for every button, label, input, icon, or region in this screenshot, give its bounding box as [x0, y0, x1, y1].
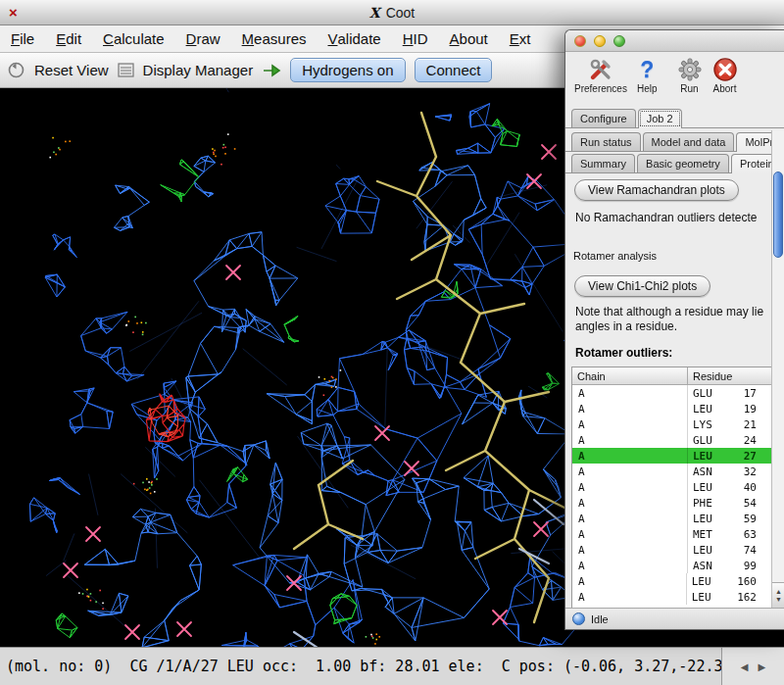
cell-c-chain: A [572, 479, 688, 495]
rotamer-note-line-1: Note that although a residue may lie [575, 305, 784, 319]
molprobity-dialog: Preferences ? Help [564, 29, 784, 630]
scroll-up-icon[interactable]: ▲ [775, 588, 782, 596]
display-manager-icon [118, 63, 134, 77]
rotamer-analysis-label: Rotamer analysis [573, 250, 784, 262]
rotamer-note-line-2: angles in a residue. [575, 319, 784, 334]
cell-c-res: LEU [688, 544, 739, 557]
tab-configure[interactable]: Configure [571, 109, 636, 127]
menu-draw[interactable]: Draw [175, 25, 231, 52]
window-title-text: Coot [386, 5, 416, 21]
table-row[interactable]: APHE54 [572, 495, 784, 511]
menu-mnemonic: V [327, 30, 337, 47]
menu-mnemonic: E [56, 30, 66, 47]
table-header: Chain Residue [572, 367, 784, 385]
cell-c-chain: A [572, 448, 688, 464]
dialog-scrollbar[interactable]: ▲ ▼ [771, 130, 784, 608]
table-row[interactable]: ALEU19 [572, 401, 784, 416]
cell-c-res: LEU [688, 403, 739, 416]
scroll-left-icon[interactable]: ◀ [741, 661, 749, 672]
preferences-label: Preferences [574, 83, 627, 94]
scrollbar-arrows[interactable]: ▲ ▼ [772, 582, 784, 608]
table-row[interactable]: AASN32 [572, 464, 784, 479]
rotamer-outliers-label: Rotamer outliers: [575, 346, 784, 360]
table-row[interactable]: AGLU24 [572, 432, 784, 448]
table-row[interactable]: ALYS21 [572, 416, 784, 432]
table-row[interactable]: ALEU27 [572, 448, 784, 464]
menu-mnemonic: A [450, 30, 460, 47]
cell-c-res: MET [688, 528, 739, 541]
table-row[interactable]: ALEU160 [572, 573, 784, 589]
reset-view-icon-button[interactable] [7, 61, 25, 79]
dialog-toolbar: Preferences ? Help [565, 52, 784, 103]
ramachandran-message: No Ramachandran outliers detecte [575, 211, 784, 224]
cell-c-chain: A [572, 495, 688, 511]
tab-basic-geometry[interactable]: Basic geometry [637, 154, 729, 172]
cell-c-chain: A [572, 432, 688, 448]
atom-status-text: (mol. no: 0) CG /1/A/27 LEU occ: 1.00 bf… [6, 658, 741, 675]
cell-c-res: LEU [687, 575, 737, 588]
preferences-button[interactable]: Preferences [569, 55, 632, 95]
column-header-chain[interactable]: Chain [572, 367, 688, 384]
menu-measures[interactable]: Measures [231, 25, 318, 52]
view-ramachandran-plots-button[interactable]: View Ramachandran plots [574, 179, 739, 201]
gear-icon [677, 56, 703, 83]
menu-file[interactable]: File [0, 25, 45, 52]
tab-run-status[interactable]: Run status [571, 132, 641, 151]
abort-button[interactable]: Abort [708, 55, 743, 95]
help-button[interactable]: ? Help [632, 55, 662, 95]
table-row[interactable]: ALEU40 [572, 479, 784, 495]
tab-job-2[interactable]: Job 2 [638, 109, 682, 128]
tab-model-and-data[interactable]: Model and data [643, 132, 735, 151]
display-manager-button[interactable]: Display Manager [143, 62, 254, 78]
category-tab-row: Summary Basic geometry Protein C [565, 152, 784, 173]
results-tab-row: Run status Model and data MolProbit [565, 128, 784, 152]
table-row[interactable]: AMET63 [572, 526, 784, 542]
table-row[interactable]: AGLU17 [572, 385, 784, 401]
menu-mnemonic: H [403, 30, 414, 47]
tab-summary[interactable]: Summary [571, 154, 635, 172]
menu-calculate[interactable]: Calculate [92, 25, 175, 52]
table-row[interactable]: ALEU162 [572, 589, 784, 605]
abort-x-icon [712, 56, 738, 83]
run-button[interactable]: Run [672, 55, 708, 95]
close-icon[interactable]: × [9, 4, 18, 21]
cell-c-res: GLU [688, 387, 739, 400]
reset-view-button[interactable]: Reset View [34, 62, 109, 78]
scroll-down-icon[interactable]: ▼ [775, 596, 782, 604]
view-chi1-chi2-plots-button[interactable]: View Chi1-Chi2 plots [574, 275, 710, 297]
main-status-bar: (mol. no: 0) CG /1/A/27 LEU occ: 1.00 bf… [0, 647, 784, 685]
bottom-right-scroll-corner: ◀ ▶ [721, 648, 784, 685]
menu-about[interactable]: About [439, 25, 499, 52]
cell-c-chain: A [572, 573, 687, 589]
status-sphere-icon [572, 612, 585, 625]
table-row[interactable]: AASN99 [572, 558, 784, 573]
hydrogens-on-button[interactable]: Hydrogens on [290, 58, 405, 82]
minimize-traffic-light[interactable] [594, 35, 606, 47]
menu-mnemonic: E [510, 30, 519, 47]
rotamer-note: Note that although a residue may lie ang… [575, 305, 784, 334]
help-label: Help [637, 83, 658, 94]
menu-validate[interactable]: Validate [317, 25, 391, 52]
table-row[interactable]: ALEU59 [572, 511, 784, 526]
circular-arrow-icon [7, 61, 25, 79]
preferences-tools-icon [588, 56, 613, 83]
cell-c-res: LYS [688, 418, 739, 431]
screen: × X Coot FileEditCalculateDrawMeasuresVa… [0, 0, 784, 685]
zoom-traffic-light[interactable] [613, 35, 625, 47]
menu-edit[interactable]: Edit [45, 25, 92, 52]
green-arrow-icon[interactable] [262, 64, 281, 77]
close-traffic-light[interactable] [574, 35, 586, 47]
column-header-residue[interactable]: Residue [688, 370, 784, 382]
table-row[interactable]: ALEU74 [572, 542, 784, 558]
protein-panel: View Ramachandran plots No Ramachandran … [565, 173, 784, 608]
main-titlebar: × X Coot [0, 0, 784, 25]
connect-button[interactable]: Connect [415, 58, 493, 82]
menu-ext[interactable]: Ext [499, 25, 542, 52]
menu-hid[interactable]: HID [392, 25, 439, 52]
cell-c-chain: A [572, 511, 688, 526]
cell-c-chain: A [572, 589, 687, 605]
menu-mnemonic: D [186, 30, 197, 47]
scroll-right-icon[interactable]: ▶ [759, 661, 766, 672]
scrollbar-thumb[interactable] [773, 171, 783, 258]
cell-c-res: ASN [688, 560, 739, 572]
